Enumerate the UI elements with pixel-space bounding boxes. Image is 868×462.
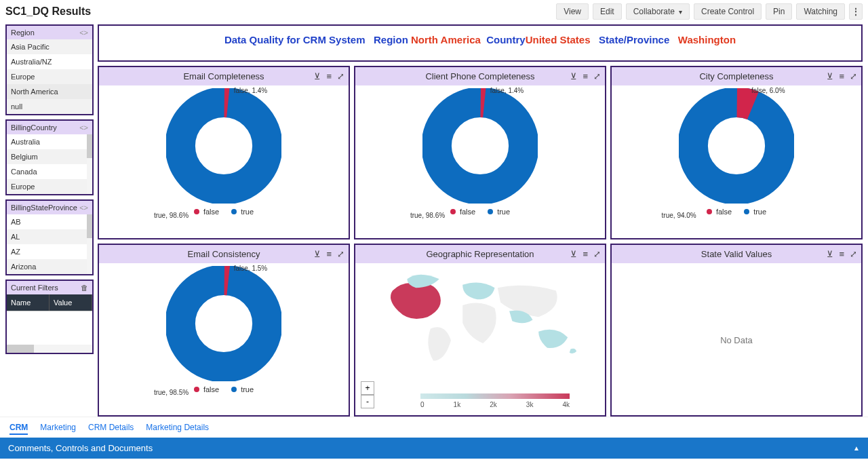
sidebar: Region<> Asia Pacific Australia/NZ Europ…: [5, 24, 94, 417]
expand-icon[interactable]: ⤢: [593, 71, 601, 81]
legend-dot-false: [707, 209, 712, 214]
false-label: false, 1.4%: [490, 87, 524, 94]
donut-chart: [679, 88, 794, 204]
legend-true: true: [241, 385, 254, 393]
nodata-label: No Data: [720, 335, 753, 345]
legend-dot-true: [231, 209, 237, 214]
heading-country-value: United States: [526, 34, 591, 45]
legend-dot-false: [450, 209, 456, 214]
scrollbar[interactable]: [87, 134, 92, 194]
filter-item[interactable]: AL: [7, 229, 92, 244]
filter-icon[interactable]: ⊻: [827, 249, 833, 259]
filter-icon[interactable]: ⊻: [314, 249, 321, 259]
tick: 1k: [454, 401, 461, 408]
more-menu-button[interactable]: ⋮: [849, 3, 863, 20]
legend-true: true: [497, 208, 510, 216]
filter-icon[interactable]: ⊻: [570, 71, 577, 81]
expand-icon[interactable]: ⤢: [337, 71, 344, 81]
card-phone-completeness: Client Phone Completeness ⊻≡⤢ false, 1.4…: [354, 66, 606, 239]
false-label: false, 6.0%: [751, 87, 785, 94]
legend-dot-true: [488, 209, 493, 214]
filter-item[interactable]: Australia/NZ: [7, 54, 92, 69]
h-scrollbar[interactable]: [7, 345, 92, 353]
col-name: Name: [7, 294, 50, 311]
legend-false: false: [203, 208, 219, 216]
filter-item[interactable]: North America: [7, 84, 92, 99]
tick: 0: [420, 401, 425, 408]
menu-icon[interactable]: ≡: [839, 71, 844, 81]
filter-item[interactable]: Australia: [7, 134, 92, 149]
tabs: CRM Marketing CRM Details Marketing Deta…: [0, 417, 868, 438]
card-title: City Completeness: [699, 71, 773, 81]
card-title: Geographic Representation: [427, 249, 534, 259]
edit-button[interactable]: Edit: [593, 3, 622, 20]
filter-icon[interactable]: ⊻: [827, 71, 833, 81]
legend-dot-true: [744, 209, 749, 214]
filter-icon[interactable]: ⊻: [570, 249, 577, 259]
legend-true: true: [241, 208, 254, 216]
filter-item[interactable]: null: [7, 99, 92, 114]
menu-icon[interactable]: ≡: [583, 249, 588, 259]
tick: 2k: [490, 401, 497, 408]
expand-icon[interactable]: ⤢: [850, 71, 857, 81]
menu-icon[interactable]: ≡: [326, 71, 332, 81]
expand-icon[interactable]: ⤢: [337, 249, 344, 259]
filter-country: BillingCountry<> Australia Belgium Canad…: [5, 119, 94, 195]
footer-panel[interactable]: Comments, Controls and Documents ▲: [0, 438, 868, 459]
action-bar: View Edit Collaborate Create Control Pin…: [556, 3, 863, 20]
world-map[interactable]: [359, 267, 601, 372]
filter-item[interactable]: Europe: [7, 179, 92, 194]
current-filters: Current Filters🗑 Name Value: [5, 280, 94, 354]
card-title: Email Consistency: [188, 249, 260, 259]
filter-item[interactable]: Belgium: [7, 149, 92, 164]
tab-marketing[interactable]: Marketing: [40, 421, 76, 435]
card-title: Client Phone Completeness: [425, 71, 534, 81]
legend-true: true: [753, 208, 766, 216]
filter-glyph-icon[interactable]: <>: [79, 204, 88, 212]
donut-chart: [422, 88, 538, 204]
card-title: Email Completeness: [183, 71, 264, 81]
expand-icon[interactable]: ⤢: [593, 249, 601, 259]
heading-state-label: State/Province: [599, 34, 669, 45]
heading-region-value: North America: [411, 34, 481, 45]
menu-icon[interactable]: ≡: [583, 71, 588, 81]
collaborate-button[interactable]: Collaborate: [626, 3, 690, 20]
filter-item[interactable]: AB: [7, 214, 92, 229]
donut-chart: [166, 266, 281, 381]
tab-crm[interactable]: CRM: [9, 421, 28, 435]
card-city-completeness: City Completeness ⊻≡⤢ false, 6.0% true, …: [610, 66, 863, 239]
filter-item[interactable]: Europe: [7, 69, 92, 84]
zoom-in-button[interactable]: +: [361, 381, 374, 395]
filter-glyph-icon[interactable]: <>: [79, 28, 88, 37]
create-control-button[interactable]: Create Control: [694, 3, 762, 20]
legend-false: false: [203, 385, 219, 393]
menu-icon[interactable]: ≡: [839, 249, 844, 259]
chevron-up-icon: ▲: [853, 444, 860, 452]
heading-region-label: Region: [374, 34, 408, 45]
filter-item[interactable]: AZ: [7, 244, 92, 259]
scrollbar[interactable]: [87, 214, 92, 274]
false-label: false, 1.5%: [234, 265, 267, 272]
expand-icon[interactable]: ⤢: [850, 249, 857, 259]
map-legend: 0 1k 2k 3k 4k: [420, 393, 570, 408]
filter-item[interactable]: Arizona: [7, 259, 92, 274]
donut-chart: [166, 88, 281, 204]
filter-item[interactable]: Asia Pacific: [7, 39, 92, 54]
tick: 4k: [562, 401, 570, 408]
tab-crm-details[interactable]: CRM Details: [88, 421, 134, 435]
filter-glyph-icon[interactable]: <>: [79, 123, 88, 132]
false-label: false, 1.4%: [234, 87, 267, 94]
tab-marketing-details[interactable]: Marketing Details: [146, 421, 209, 435]
pin-button[interactable]: Pin: [766, 3, 792, 20]
trash-icon[interactable]: 🗑: [81, 284, 88, 292]
view-button[interactable]: View: [556, 3, 589, 20]
watching-button[interactable]: Watching: [796, 3, 845, 20]
menu-icon[interactable]: ≡: [326, 249, 332, 259]
true-label: true, 98.6%: [410, 212, 445, 219]
svg-point-8: [722, 132, 751, 160]
filter-icon[interactable]: ⊻: [314, 71, 321, 81]
filter-region: Region<> Asia Pacific Australia/NZ Europ…: [5, 24, 94, 115]
filter-item[interactable]: Canada: [7, 164, 92, 179]
zoom-out-button[interactable]: -: [361, 395, 374, 408]
true-label: true, 98.6%: [154, 212, 189, 219]
